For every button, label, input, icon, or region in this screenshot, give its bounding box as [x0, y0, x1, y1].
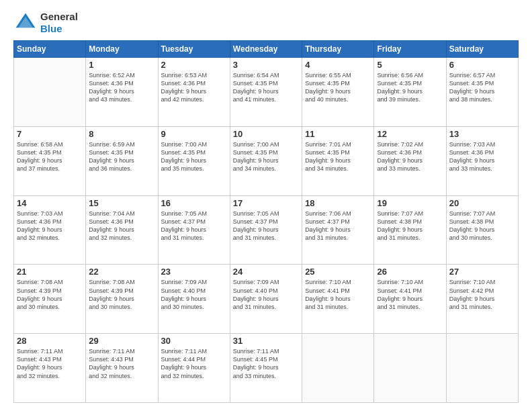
- day-number: 18: [305, 198, 371, 208]
- day-number: 1: [89, 60, 154, 70]
- day-number: 26: [377, 267, 443, 277]
- day-info: Sunrise: 7:00 AM Sunset: 4:35 PM Dayligh…: [233, 140, 299, 173]
- day-info: Sunrise: 6:56 AM Sunset: 4:35 PM Dayligh…: [377, 71, 443, 104]
- calendar-cell: [374, 334, 446, 403]
- day-info: Sunrise: 7:09 AM Sunset: 4:40 PM Dayligh…: [161, 278, 227, 311]
- calendar-cell: [14, 58, 86, 127]
- calendar-day-header: Monday: [86, 41, 158, 58]
- day-info: Sunrise: 7:05 AM Sunset: 4:37 PM Dayligh…: [161, 210, 227, 242]
- day-number: 12: [377, 129, 443, 139]
- calendar-cell: 20Sunrise: 7:07 AM Sunset: 4:38 PM Dayli…: [446, 195, 518, 265]
- calendar-cell: 10Sunrise: 7:00 AM Sunset: 4:35 PM Dayli…: [230, 126, 302, 195]
- calendar-cell: 8Sunrise: 6:59 AM Sunset: 4:35 PM Daylig…: [86, 126, 158, 195]
- day-number: 29: [89, 336, 154, 346]
- day-number: 11: [305, 129, 371, 139]
- day-info: Sunrise: 7:04 AM Sunset: 4:36 PM Dayligh…: [89, 210, 154, 242]
- calendar-cell: 15Sunrise: 7:04 AM Sunset: 4:36 PM Dayli…: [86, 195, 158, 265]
- day-info: Sunrise: 6:57 AM Sunset: 4:35 PM Dayligh…: [449, 71, 515, 104]
- calendar-day-header: Thursday: [302, 41, 374, 58]
- day-info: Sunrise: 7:11 AM Sunset: 4:45 PM Dayligh…: [233, 347, 299, 380]
- day-info: Sunrise: 7:00 AM Sunset: 4:35 PM Dayligh…: [161, 140, 227, 173]
- logo-text: General Blue: [40, 11, 78, 35]
- day-number: 16: [161, 198, 227, 208]
- day-info: Sunrise: 7:11 AM Sunset: 4:43 PM Dayligh…: [89, 347, 154, 380]
- calendar-day-header: Sunday: [14, 41, 86, 58]
- day-info: Sunrise: 7:06 AM Sunset: 4:37 PM Dayligh…: [305, 210, 371, 242]
- calendar-cell: 24Sunrise: 7:09 AM Sunset: 4:40 PM Dayli…: [230, 265, 302, 334]
- day-info: Sunrise: 7:03 AM Sunset: 4:36 PM Dayligh…: [17, 210, 83, 242]
- calendar-day-header: Saturday: [446, 41, 518, 58]
- calendar-cell: 29Sunrise: 7:11 AM Sunset: 4:43 PM Dayli…: [86, 334, 158, 403]
- day-info: Sunrise: 7:03 AM Sunset: 4:36 PM Dayligh…: [449, 140, 515, 173]
- calendar-cell: 21Sunrise: 7:08 AM Sunset: 4:39 PM Dayli…: [14, 265, 86, 334]
- calendar-cell: 5Sunrise: 6:56 AM Sunset: 4:35 PM Daylig…: [374, 58, 446, 127]
- day-number: 20: [449, 198, 515, 208]
- day-info: Sunrise: 6:59 AM Sunset: 4:35 PM Dayligh…: [89, 140, 154, 173]
- calendar-cell: 19Sunrise: 7:07 AM Sunset: 4:38 PM Dayli…: [374, 195, 446, 265]
- calendar-cell: 23Sunrise: 7:09 AM Sunset: 4:40 PM Dayli…: [158, 265, 230, 334]
- calendar-cell: 18Sunrise: 7:06 AM Sunset: 4:37 PM Dayli…: [302, 195, 374, 265]
- day-number: 21: [17, 267, 83, 277]
- day-number: 19: [377, 198, 443, 208]
- day-info: Sunrise: 6:53 AM Sunset: 4:36 PM Dayligh…: [161, 71, 227, 104]
- day-number: 24: [233, 267, 299, 277]
- calendar-cell: 12Sunrise: 7:02 AM Sunset: 4:36 PM Dayli…: [374, 126, 446, 195]
- calendar-cell: 4Sunrise: 6:55 AM Sunset: 4:35 PM Daylig…: [302, 58, 374, 127]
- calendar-week-row: 14Sunrise: 7:03 AM Sunset: 4:36 PM Dayli…: [14, 195, 519, 265]
- day-number: 10: [233, 129, 299, 139]
- calendar-week-row: 21Sunrise: 7:08 AM Sunset: 4:39 PM Dayli…: [14, 265, 519, 334]
- calendar-cell: 31Sunrise: 7:11 AM Sunset: 4:45 PM Dayli…: [230, 334, 302, 403]
- calendar-body: 1Sunrise: 6:52 AM Sunset: 4:36 PM Daylig…: [14, 58, 519, 403]
- calendar-cell: 14Sunrise: 7:03 AM Sunset: 4:36 PM Dayli…: [14, 195, 86, 265]
- day-number: 30: [161, 336, 227, 346]
- calendar-cell: 6Sunrise: 6:57 AM Sunset: 4:35 PM Daylig…: [446, 58, 518, 127]
- day-number: 6: [449, 60, 515, 70]
- day-number: 28: [17, 336, 83, 346]
- day-info: Sunrise: 6:54 AM Sunset: 4:35 PM Dayligh…: [233, 71, 299, 104]
- calendar-week-row: 7Sunrise: 6:58 AM Sunset: 4:35 PM Daylig…: [14, 126, 519, 195]
- calendar-day-header: Wednesday: [230, 41, 302, 58]
- day-info: Sunrise: 7:01 AM Sunset: 4:35 PM Dayligh…: [305, 140, 371, 173]
- day-info: Sunrise: 7:02 AM Sunset: 4:36 PM Dayligh…: [377, 140, 443, 173]
- calendar-cell: 25Sunrise: 7:10 AM Sunset: 4:41 PM Dayli…: [302, 265, 374, 334]
- day-info: Sunrise: 7:10 AM Sunset: 4:42 PM Dayligh…: [449, 278, 515, 311]
- day-number: 17: [233, 198, 299, 208]
- logo-icon: [13, 11, 38, 35]
- calendar-cell: 1Sunrise: 6:52 AM Sunset: 4:36 PM Daylig…: [86, 58, 158, 127]
- day-number: 27: [449, 267, 515, 277]
- calendar-day-header: Tuesday: [158, 41, 230, 58]
- calendar-cell: [302, 334, 374, 403]
- calendar-cell: 13Sunrise: 7:03 AM Sunset: 4:36 PM Dayli…: [446, 126, 518, 195]
- day-info: Sunrise: 6:58 AM Sunset: 4:35 PM Dayligh…: [17, 140, 83, 173]
- day-number: 8: [89, 129, 154, 139]
- calendar-cell: 30Sunrise: 7:11 AM Sunset: 4:44 PM Dayli…: [158, 334, 230, 403]
- day-number: 14: [17, 198, 83, 208]
- day-info: Sunrise: 7:10 AM Sunset: 4:41 PM Dayligh…: [377, 278, 443, 311]
- day-number: 4: [305, 60, 371, 70]
- day-info: Sunrise: 7:10 AM Sunset: 4:41 PM Dayligh…: [305, 278, 371, 311]
- calendar-cell: 26Sunrise: 7:10 AM Sunset: 4:41 PM Dayli…: [374, 265, 446, 334]
- calendar-header-row: SundayMondayTuesdayWednesdayThursdayFrid…: [14, 41, 519, 58]
- calendar-week-row: 28Sunrise: 7:11 AM Sunset: 4:43 PM Dayli…: [14, 334, 519, 403]
- day-number: 15: [89, 198, 154, 208]
- day-info: Sunrise: 7:11 AM Sunset: 4:44 PM Dayligh…: [161, 347, 227, 380]
- calendar-cell: 11Sunrise: 7:01 AM Sunset: 4:35 PM Dayli…: [302, 126, 374, 195]
- day-info: Sunrise: 7:08 AM Sunset: 4:39 PM Dayligh…: [89, 278, 154, 311]
- day-info: Sunrise: 6:55 AM Sunset: 4:35 PM Dayligh…: [305, 71, 371, 104]
- day-number: 7: [17, 129, 83, 139]
- day-number: 31: [233, 336, 299, 346]
- calendar-cell: 17Sunrise: 7:05 AM Sunset: 4:37 PM Dayli…: [230, 195, 302, 265]
- calendar-cell: 7Sunrise: 6:58 AM Sunset: 4:35 PM Daylig…: [14, 126, 86, 195]
- calendar-day-header: Friday: [374, 41, 446, 58]
- day-info: Sunrise: 7:05 AM Sunset: 4:37 PM Dayligh…: [233, 210, 299, 242]
- calendar-cell: 28Sunrise: 7:11 AM Sunset: 4:43 PM Dayli…: [14, 334, 86, 403]
- day-number: 25: [305, 267, 371, 277]
- day-number: 2: [161, 60, 227, 70]
- calendar-cell: 3Sunrise: 6:54 AM Sunset: 4:35 PM Daylig…: [230, 58, 302, 127]
- page: General Blue SundayMondayTuesdayWednesda…: [0, 0, 532, 411]
- day-number: 13: [449, 129, 515, 139]
- calendar-cell: 9Sunrise: 7:00 AM Sunset: 4:35 PM Daylig…: [158, 126, 230, 195]
- day-info: Sunrise: 6:52 AM Sunset: 4:36 PM Dayligh…: [89, 71, 154, 104]
- day-info: Sunrise: 7:11 AM Sunset: 4:43 PM Dayligh…: [17, 347, 83, 380]
- day-info: Sunrise: 7:08 AM Sunset: 4:39 PM Dayligh…: [17, 278, 83, 311]
